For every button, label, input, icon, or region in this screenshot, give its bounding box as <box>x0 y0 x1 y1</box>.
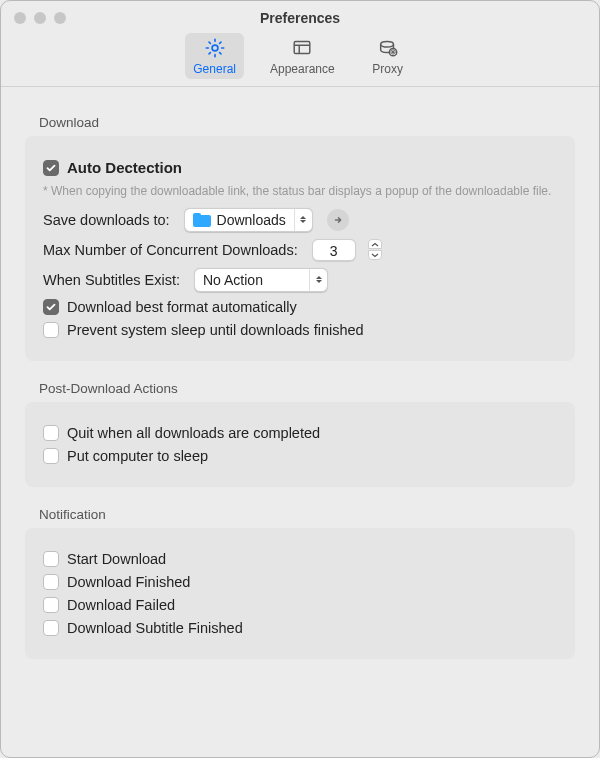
save-downloads-row: Save downloads to: Downloads <box>43 208 557 232</box>
auto-detection-row: Auto Dectection <box>43 159 557 176</box>
max-concurrent-label: Max Number of Concurrent Downloads: <box>43 242 298 258</box>
max-concurrent-stepper[interactable] <box>368 239 382 261</box>
save-downloads-select[interactable]: Downloads <box>184 208 313 232</box>
quit-when-done-row: Quit when all downloads are completed <box>43 425 557 441</box>
tab-label: Proxy <box>372 62 403 76</box>
notif-finished-row: Download Finished <box>43 574 557 590</box>
reveal-in-finder-button[interactable] <box>327 209 349 231</box>
max-concurrent-field[interactable]: 3 <box>312 239 356 261</box>
notif-start-checkbox[interactable] <box>43 551 59 567</box>
tab-label: General <box>193 62 236 76</box>
updown-icon <box>294 209 312 231</box>
appearance-icon <box>291 37 313 59</box>
tab-appearance[interactable]: Appearance <box>262 33 343 79</box>
preferences-window: Preferences General <box>0 0 600 758</box>
best-format-row: Download best format automatically <box>43 299 557 315</box>
subtitles-exist-row: When Subtitles Exist: No Action <box>43 268 557 292</box>
auto-detection-hint: * When copying the downloadable link, th… <box>43 183 557 200</box>
auto-detection-checkbox[interactable] <box>43 160 59 176</box>
download-card: Auto Dectection * When copying the downl… <box>25 136 575 361</box>
section-heading-download: Download <box>39 115 575 130</box>
notif-finished-label: Download Finished <box>67 574 190 590</box>
checkmark-icon <box>45 301 57 313</box>
prevent-sleep-label: Prevent system sleep until downloads fin… <box>67 322 364 338</box>
quit-when-done-label: Quit when all downloads are completed <box>67 425 320 441</box>
updown-icon <box>309 269 327 291</box>
save-downloads-value: Downloads <box>217 212 286 228</box>
notif-subtitle-finished-checkbox[interactable] <box>43 620 59 636</box>
stepper-up[interactable] <box>368 239 382 249</box>
svg-point-4 <box>380 42 393 48</box>
quit-when-done-checkbox[interactable] <box>43 425 59 441</box>
stepper-down[interactable] <box>368 250 382 260</box>
subtitles-exist-select[interactable]: No Action <box>194 268 328 292</box>
sleep-when-done-label: Put computer to sleep <box>67 448 208 464</box>
prevent-sleep-row: Prevent system sleep until downloads fin… <box>43 322 557 338</box>
gear-icon <box>204 37 226 59</box>
best-format-label: Download best format automatically <box>67 299 297 315</box>
post-download-card: Quit when all downloads are completed Pu… <box>25 402 575 487</box>
content-area: Download Auto Dectection * When copying … <box>1 87 599 659</box>
notif-failed-row: Download Failed <box>43 597 557 613</box>
save-downloads-label: Save downloads to: <box>43 212 170 228</box>
subtitles-exist-value: No Action <box>203 272 263 288</box>
subtitles-exist-label: When Subtitles Exist: <box>43 272 180 288</box>
sleep-when-done-checkbox[interactable] <box>43 448 59 464</box>
sleep-when-done-row: Put computer to sleep <box>43 448 557 464</box>
tab-label: Appearance <box>270 62 335 76</box>
checkmark-icon <box>45 162 57 174</box>
window-title: Preferences <box>1 10 599 26</box>
preferences-toolbar: General Appearance <box>1 33 599 79</box>
best-format-checkbox[interactable] <box>43 299 59 315</box>
notif-subtitle-finished-row: Download Subtitle Finished <box>43 620 557 636</box>
notif-failed-checkbox[interactable] <box>43 597 59 613</box>
notif-start-row: Start Download <box>43 551 557 567</box>
prevent-sleep-checkbox[interactable] <box>43 322 59 338</box>
titlebar: Preferences General <box>1 1 599 87</box>
notif-finished-checkbox[interactable] <box>43 574 59 590</box>
tab-general[interactable]: General <box>185 33 244 79</box>
notif-failed-label: Download Failed <box>67 597 175 613</box>
auto-detection-label: Auto Dectection <box>67 159 182 176</box>
section-heading-post-download: Post-Download Actions <box>39 381 575 396</box>
notif-start-label: Start Download <box>67 551 166 567</box>
tab-proxy[interactable]: Proxy <box>361 33 415 79</box>
folder-icon <box>193 213 211 227</box>
chevron-down-icon <box>371 253 379 258</box>
max-concurrent-row: Max Number of Concurrent Downloads: 3 <box>43 239 557 261</box>
proxy-icon <box>377 37 399 59</box>
svg-rect-1 <box>295 42 311 54</box>
section-heading-notification: Notification <box>39 507 575 522</box>
chevron-up-icon <box>371 242 379 247</box>
notif-subtitle-finished-label: Download Subtitle Finished <box>67 620 243 636</box>
svg-point-0 <box>212 45 218 51</box>
arrow-right-icon <box>332 214 344 226</box>
notification-card: Start Download Download Finished Downloa… <box>25 528 575 659</box>
